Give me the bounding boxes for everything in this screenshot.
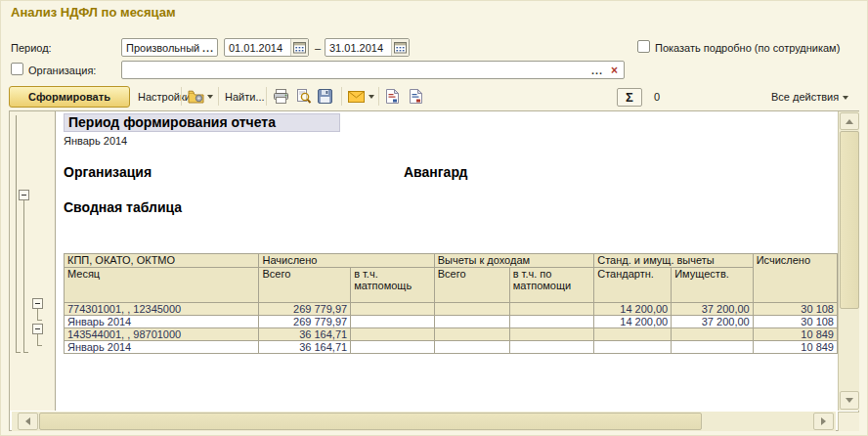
header-cell[interactable]: Стандартн. (594, 268, 672, 303)
cell-calc[interactable]: 10 849 (753, 328, 837, 341)
header-cell[interactable]: Месяц (65, 268, 259, 303)
header-cell[interactable]: в т.ч. матпомощь (351, 268, 435, 303)
date-to-field[interactable]: 31.01.2014 (325, 38, 410, 57)
cell-ded-mat[interactable] (509, 341, 594, 354)
report-area: Период формирования отчета Январь 2014 О… (9, 110, 859, 431)
header-cell[interactable]: Вычеты к доходам (434, 254, 594, 268)
cell-prop[interactable]: 37 200,00 (672, 303, 753, 316)
show-detail-checkbox[interactable] (637, 40, 650, 53)
org-field[interactable]: ... × (121, 61, 625, 79)
cell-std[interactable] (594, 341, 672, 354)
preview-icon[interactable] (295, 89, 312, 105)
scroll-left-icon (25, 417, 30, 425)
minus-icon (35, 303, 40, 304)
report-table-title[interactable]: Сводная таблица (64, 199, 182, 215)
scroll-up-button[interactable] (840, 112, 859, 130)
scroll-right-button[interactable] (813, 413, 834, 430)
period-type-ellipsis-button[interactable]: ... (199, 39, 217, 56)
grouping-margin (10, 111, 56, 411)
generate-button[interactable]: Сформировать (9, 86, 130, 108)
scroll-down-icon (846, 398, 853, 403)
document-icon[interactable] (385, 89, 402, 105)
scroll-left-button[interactable] (18, 413, 38, 430)
header-cell[interactable]: в т.ч. по матпомощи (509, 268, 594, 303)
cell-ded-mat[interactable] (509, 328, 594, 341)
horizontal-scroll-thumb[interactable] (39, 413, 702, 430)
cell-accrued-total[interactable]: 36 164,71 (259, 341, 351, 354)
cell-std[interactable]: 14 200,00 (594, 303, 672, 316)
cell-calc[interactable]: 10 849 (753, 341, 837, 354)
header-cell[interactable]: Начислено (259, 254, 434, 268)
vertical-scrollbar[interactable] (838, 111, 859, 411)
cell-accrued-mat[interactable] (351, 303, 435, 316)
cell-accrued-mat[interactable] (351, 341, 435, 354)
save-icon[interactable] (318, 89, 334, 105)
report-org-value[interactable]: Авангард (404, 164, 467, 180)
cell-ded-mat[interactable] (509, 303, 594, 316)
chevron-down-icon[interactable] (369, 95, 374, 99)
header-cell[interactable]: Всего (259, 268, 351, 303)
row-label[interactable]: Январь 2014 (65, 341, 259, 354)
sum-button[interactable]: Σ (617, 88, 642, 107)
row-label[interactable]: Январь 2014 (65, 316, 259, 328)
document-icon[interactable] (409, 89, 425, 105)
cell-accrued-total[interactable]: 269 779,97 (259, 303, 351, 316)
mail-icon[interactable] (348, 91, 365, 107)
window: Анализ НДФЛ по месяцам Период: Произволь… (0, 0, 868, 436)
cell-ded-total[interactable] (434, 316, 509, 328)
report-content[interactable]: Период формирования отчета Январь 2014 О… (57, 111, 838, 411)
header-cell[interactable]: КПП, ОКАТО, ОКТМО (65, 254, 259, 268)
vertical-scroll-thumb[interactable] (840, 131, 859, 309)
table-row[interactable]: 143544001, , 98701000 36 164,71 10 849 (65, 328, 838, 341)
table-row[interactable]: Январь 2014 269 779,97 14 200,00 37 200,… (65, 316, 838, 328)
period-type-field[interactable]: Произвольный ... (121, 38, 218, 57)
calendar-icon[interactable] (391, 39, 409, 56)
minus-icon (35, 328, 40, 329)
cell-ded-total[interactable] (434, 303, 509, 316)
report-variants-icon[interactable] (188, 89, 204, 105)
calendar-icon[interactable] (290, 39, 308, 56)
horizontal-scrollbar[interactable] (12, 412, 836, 431)
cell-accrued-total[interactable]: 269 779,97 (259, 316, 351, 328)
cell-prop[interactable]: 37 200,00 (672, 316, 753, 328)
collapse-group-button[interactable] (32, 298, 43, 309)
cell-ded-total[interactable] (434, 341, 509, 354)
table-row[interactable]: 774301001, , 12345000 269 779,97 14 200,… (65, 303, 838, 316)
org-ellipsis-button[interactable]: ... (588, 62, 606, 78)
report-org-label[interactable]: Организация (64, 164, 152, 180)
cell-calc[interactable]: 30 108 (753, 316, 837, 328)
chevron-down-icon[interactable] (207, 95, 213, 99)
date-from-field[interactable]: 01.01.2014 (224, 38, 309, 57)
all-actions-button[interactable]: Все действия (771, 91, 848, 103)
header-cell[interactable]: Исчислено (753, 254, 837, 303)
scroll-down-button[interactable] (840, 391, 859, 410)
cell-accrued-mat[interactable] (351, 328, 435, 341)
org-checkbox[interactable] (11, 63, 23, 75)
header-cell[interactable]: Всего (434, 268, 509, 303)
cell-accrued-total[interactable]: 36 164,71 (259, 328, 351, 341)
report-period-header[interactable]: Период формирования отчета (64, 113, 340, 132)
find-button[interactable]: Найти... (225, 91, 265, 103)
summary-table[interactable]: КПП, ОКАТО, ОКТМО Начислено Вычеты к дох… (64, 253, 838, 354)
print-icon[interactable] (273, 89, 289, 105)
row-label[interactable]: 774301001, , 12345000 (65, 303, 259, 316)
org-clear-button[interactable]: × (606, 62, 624, 78)
collapse-group-button[interactable] (19, 190, 29, 200)
scroll-up-icon (846, 119, 853, 124)
tree-tick (23, 352, 28, 353)
cell-std[interactable]: 14 200,00 (594, 316, 672, 328)
cell-calc[interactable]: 30 108 (753, 303, 837, 316)
header-cell[interactable]: Имуществ. (672, 268, 753, 303)
header-cell[interactable]: Станд. и имущ. вычеты (594, 254, 753, 268)
cell-prop[interactable] (672, 341, 753, 354)
cell-std[interactable] (594, 328, 672, 341)
cell-prop[interactable] (672, 328, 753, 341)
cell-accrued-mat[interactable] (351, 316, 435, 328)
cell-ded-total[interactable] (434, 328, 509, 341)
report-period-value[interactable]: Январь 2014 (64, 135, 127, 147)
table-row[interactable]: Январь 2014 36 164,71 10 849 (65, 341, 838, 354)
cell-ded-mat[interactable] (509, 316, 594, 328)
collapse-group-button[interactable] (32, 324, 43, 334)
scroll-right-icon (821, 417, 826, 425)
row-label[interactable]: 143544001, , 98701000 (65, 328, 259, 341)
